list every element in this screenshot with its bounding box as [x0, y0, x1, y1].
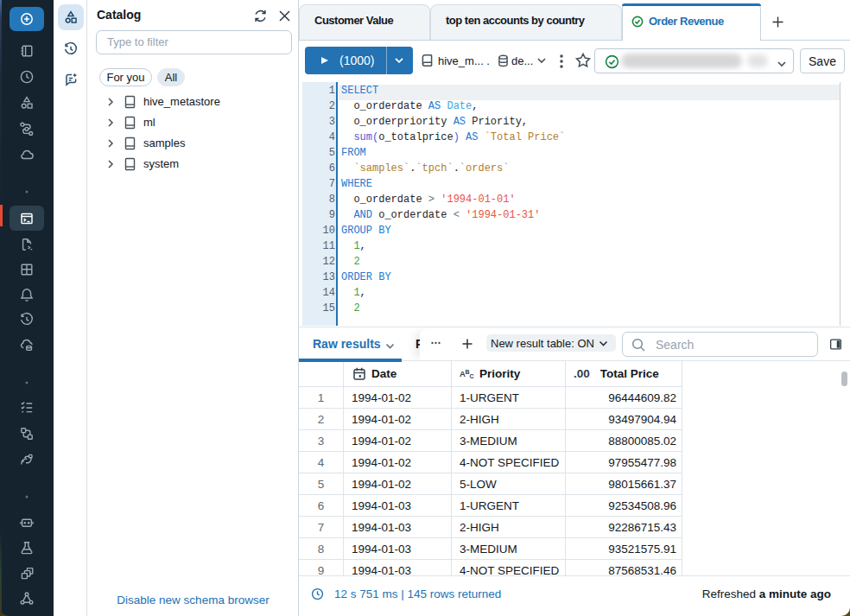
- svg-text:C: C: [470, 373, 474, 379]
